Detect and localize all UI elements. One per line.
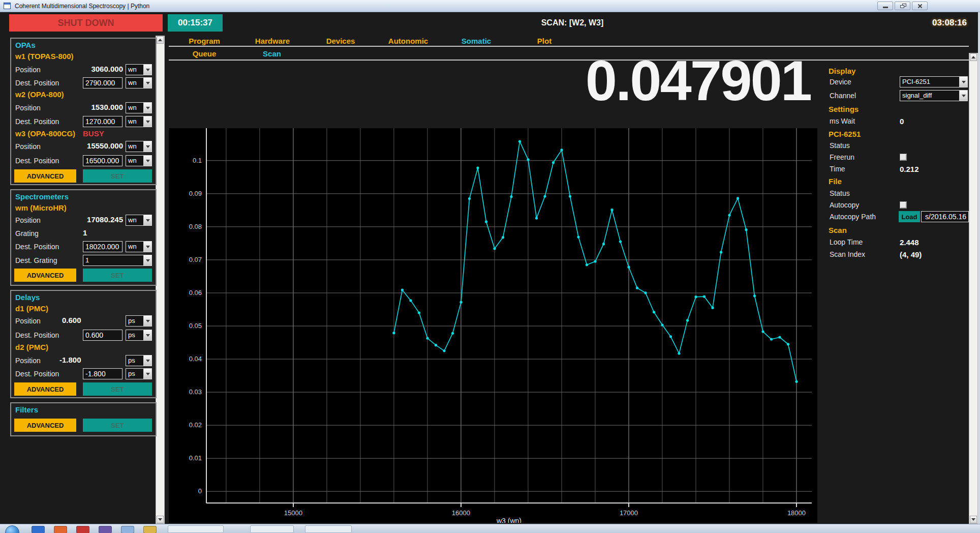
d2-dest-label: Dest. Position <box>15 370 59 378</box>
w1-dest-unit: wn <box>126 78 143 88</box>
tab-plot[interactable]: Plot <box>537 37 552 45</box>
right-scrollbar[interactable] <box>969 53 978 524</box>
dropdown-arrow-icon[interactable] <box>143 356 151 366</box>
taskbar-app-icon[interactable] <box>54 526 67 533</box>
freerun-label: Freerun <box>830 152 854 163</box>
right-scrollbar-down-button[interactable] <box>970 516 977 523</box>
taskbar-app-icon[interactable] <box>32 526 45 533</box>
wm-dest-unit-select[interactable]: wn <box>126 241 152 252</box>
left-scrollbar-up-button[interactable] <box>157 36 164 44</box>
dropdown-arrow-icon[interactable] <box>143 141 151 152</box>
filters-advanced-button[interactable]: ADVANCED <box>14 419 76 432</box>
dropdown-arrow-icon[interactable] <box>143 369 151 379</box>
d1-position-unit-select[interactable]: ps <box>126 315 152 327</box>
tab-devices[interactable]: Devices <box>326 37 355 45</box>
delays-set-button[interactable]: SET <box>83 382 152 396</box>
spectrometers-panel: Spectrometers wm (MicroHR) Position 1708… <box>10 189 157 286</box>
wm-grating-value: 1 <box>83 228 87 237</box>
w2-dest-unit-select[interactable]: wn <box>126 116 152 127</box>
w1-dest-input[interactable] <box>83 77 122 88</box>
svg-text:17000: 17000 <box>620 509 638 517</box>
d2-header: d2 (PMC) <box>15 343 48 351</box>
right-scrollbar-up-button[interactable] <box>970 53 977 61</box>
wm-dest-grating-value: 1 <box>83 255 143 265</box>
d1-dest-unit-select[interactable]: ps <box>126 330 152 341</box>
tab-hardware[interactable]: Hardware <box>255 37 290 45</box>
dropdown-arrow-icon[interactable] <box>143 215 151 225</box>
d1-position-label: Position <box>15 317 41 325</box>
w3-position-unit-select[interactable]: wn <box>126 141 152 152</box>
w1-position-value: 3060.000 <box>91 65 123 73</box>
dropdown-arrow-icon[interactable] <box>143 65 151 75</box>
d1-dest-input[interactable] <box>83 330 122 341</box>
taskbar-folder-icon[interactable] <box>143 526 157 533</box>
opas-set-button[interactable]: SET <box>83 169 152 183</box>
d2-position-value: -1.800 <box>59 356 81 364</box>
taskbar <box>0 524 980 533</box>
window-titlebar: Coherent Multidimensional Spectroscopy |… <box>0 0 980 12</box>
autocopy-checkbox[interactable] <box>900 201 907 209</box>
opas-header: OPAs <box>15 41 36 49</box>
dropdown-arrow-icon[interactable] <box>143 78 151 88</box>
shutdown-button[interactable]: SHUT DOWN <box>9 14 163 32</box>
d2-position-unit-select[interactable]: ps <box>126 355 152 366</box>
w1-position-unit-select[interactable]: wn <box>126 64 152 75</box>
d1-position-unit: ps <box>126 316 143 326</box>
tab-autonomic[interactable]: Autonomic <box>388 37 428 45</box>
wm-dest-grating-select[interactable]: 1 <box>83 255 152 266</box>
tab-program[interactable]: Program <box>189 37 220 45</box>
left-scrollbar-down-button[interactable] <box>157 516 164 523</box>
dropdown-arrow-icon[interactable] <box>143 103 151 113</box>
channel-select[interactable]: signal_diff <box>900 90 968 101</box>
w2-dest-label: Dest. Position <box>15 117 59 126</box>
autocopy-path-input[interactable] <box>921 211 969 222</box>
wm-position-unit-select[interactable]: wn <box>126 215 152 226</box>
ms-wait-label: ms Wait <box>830 115 855 127</box>
taskbar-app-icon[interactable] <box>121 526 134 533</box>
w3-dest-unit-select[interactable]: wn <box>126 155 152 166</box>
restore-button[interactable] <box>895 2 910 10</box>
opas-advanced-button[interactable]: ADVANCED <box>14 169 76 183</box>
delays-advanced-button[interactable]: ADVANCED <box>14 382 76 396</box>
tab-somatic[interactable]: Somatic <box>462 37 491 45</box>
start-button[interactable] <box>5 525 19 533</box>
dropdown-arrow-icon[interactable] <box>143 255 151 265</box>
device-select[interactable]: PCI-6251 <box>900 76 968 87</box>
subtab-scan[interactable]: Scan <box>263 49 281 58</box>
svg-text:0.05: 0.05 <box>189 322 202 330</box>
left-scrollbar[interactable] <box>156 36 165 524</box>
d2-dest-unit-select[interactable]: ps <box>126 368 152 379</box>
svg-text:0.04: 0.04 <box>189 355 202 363</box>
wm-dest-label: Dest. Position <box>15 243 59 251</box>
taskbar-app-icon[interactable] <box>99 526 112 533</box>
w1-dest-unit-select[interactable]: wn <box>126 77 152 88</box>
taskbar-window-button[interactable] <box>168 525 224 533</box>
dropdown-arrow-icon[interactable] <box>959 77 967 87</box>
taskbar-app-icon[interactable] <box>76 526 89 533</box>
taskbar-window-button[interactable] <box>305 525 352 533</box>
wm-dest-input[interactable] <box>83 241 122 252</box>
file-section-header: File <box>829 175 842 187</box>
dropdown-arrow-icon[interactable] <box>143 242 151 252</box>
d2-dest-input[interactable] <box>83 368 122 379</box>
dropdown-arrow-icon[interactable] <box>959 91 967 101</box>
spectrometers-advanced-button[interactable]: ADVANCED <box>14 269 76 282</box>
w3-dest-input[interactable] <box>83 155 122 166</box>
dropdown-arrow-icon[interactable] <box>143 330 151 340</box>
taskbar-window-button[interactable] <box>250 525 294 533</box>
filters-set-button[interactable]: SET <box>83 419 152 432</box>
pci6251-section-header: PCI-6251 <box>829 128 861 139</box>
d1-dest-unit: ps <box>126 330 143 340</box>
subtab-queue[interactable]: Queue <box>193 49 217 58</box>
freerun-checkbox[interactable] <box>900 154 907 161</box>
dropdown-arrow-icon[interactable] <box>143 116 151 127</box>
close-button[interactable] <box>912 2 928 10</box>
w2-dest-input[interactable] <box>83 116 122 127</box>
minimize-button[interactable] <box>877 2 893 10</box>
load-button[interactable]: Load <box>899 211 920 222</box>
dropdown-arrow-icon[interactable] <box>143 156 151 166</box>
time-value: 0.212 <box>900 163 919 174</box>
spectrometers-set-button[interactable]: SET <box>83 269 152 282</box>
dropdown-arrow-icon[interactable] <box>143 316 151 326</box>
w2-position-unit-select[interactable]: wn <box>126 102 152 113</box>
